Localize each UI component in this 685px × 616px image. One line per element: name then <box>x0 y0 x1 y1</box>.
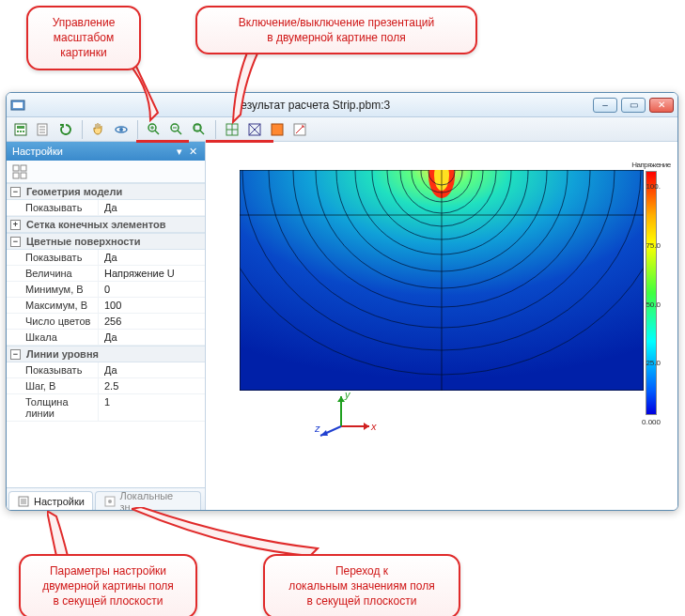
callout-local-values: Переход к локальным значениям поля в сек… <box>263 554 460 616</box>
property-grid: − Геометрия модели Показывать Да + Сетка… <box>7 183 205 487</box>
svg-marker-45 <box>364 423 369 430</box>
prop-row[interactable]: Толщина линии1 <box>7 394 205 422</box>
field-image <box>240 170 644 391</box>
prop-value[interactable]: 1 <box>99 394 205 421</box>
expand-icon[interactable]: + <box>10 220 21 230</box>
prop-value[interactable]: Напряжение U <box>99 266 205 281</box>
toolbar-btn-zoom-fit[interactable] <box>189 119 210 140</box>
prop-name: Величина <box>7 266 99 281</box>
tab-settings[interactable]: Настройки <box>8 491 93 510</box>
svg-rect-5 <box>20 131 22 132</box>
prop-row[interactable]: ПоказыватьДа <box>7 362 205 378</box>
panel-pin-icon[interactable]: ▾ <box>173 145 186 158</box>
callout-presentations: Включение/выключение презентаций в двуме… <box>195 6 477 54</box>
panel-categorize-icon[interactable] <box>10 162 29 181</box>
category-label: Геометрия модели <box>26 186 122 197</box>
callout-zoom: Управление масштабом картинки <box>26 6 141 70</box>
svg-rect-18 <box>13 165 19 171</box>
prop-name: Толщина линии <box>7 394 99 421</box>
prop-row[interactable]: Число цветов256 <box>7 314 205 330</box>
toolbar-btn-vectors[interactable] <box>289 119 310 140</box>
toolbar-btn-zoom-out[interactable] <box>166 119 187 140</box>
callout-local-values-tail <box>132 507 319 560</box>
panel-close-icon[interactable]: ✕ <box>186 145 199 158</box>
prop-name: Максимум, В <box>7 298 99 313</box>
colorbar-title: Напряжение <box>631 161 670 169</box>
category-label: Линии уровня <box>26 348 99 360</box>
prop-row[interactable]: ШкалаДа <box>7 330 205 346</box>
prop-row[interactable]: Шаг, В2.5 <box>7 378 205 394</box>
category-mesh[interactable]: + Сетка конечных элементов <box>7 216 205 233</box>
settings-panel-header[interactable]: Настройки ▾ ✕ <box>7 142 205 161</box>
colorbar: Напряжение 100. 75.0 50.0 25.0 0.000 <box>634 161 668 442</box>
svg-rect-3 <box>17 126 24 129</box>
settings-panel-title: Настройки <box>12 146 63 157</box>
category-color-surfaces[interactable]: − Цветные поверхности <box>7 233 205 250</box>
prop-value[interactable]: 100 <box>99 298 205 313</box>
svg-rect-21 <box>21 173 26 178</box>
field-viewport[interactable]: x y z Напряжение 100. <box>206 142 677 510</box>
svg-rect-19 <box>21 165 26 171</box>
close-button[interactable]: ✕ <box>649 98 674 113</box>
prop-value[interactable]: Да <box>99 362 205 377</box>
prop-row[interactable]: Максимум, В100 <box>7 298 205 314</box>
prop-name: Минимум, В <box>7 282 99 297</box>
prop-row[interactable]: Показывать Да <box>7 200 205 216</box>
svg-rect-16 <box>272 124 283 135</box>
field-plot: x y z <box>240 170 644 391</box>
svg-text:z: z <box>315 423 320 434</box>
expand-icon[interactable]: − <box>10 349 21 360</box>
prop-name: Показывать <box>7 362 99 377</box>
svg-rect-13 <box>195 125 200 131</box>
colorbar-label: 0.000 <box>642 418 661 426</box>
svg-rect-4 <box>17 131 19 132</box>
prop-row[interactable]: ПоказыватьДа <box>7 250 205 266</box>
svg-rect-6 <box>23 131 24 132</box>
toolbar-btn-refresh[interactable] <box>55 119 76 140</box>
toolbar-btn-calc[interactable] <box>10 119 31 140</box>
tab-settings-icon <box>17 495 30 508</box>
colorbar-label: 75.0 <box>642 241 661 250</box>
prop-name: Показывать <box>7 200 99 215</box>
svg-text:y: y <box>344 389 351 400</box>
prop-name: Показывать <box>7 250 99 265</box>
prop-value[interactable]: Да <box>99 250 205 265</box>
prop-value[interactable]: 256 <box>99 314 205 329</box>
expand-icon[interactable]: − <box>10 187 21 197</box>
toolbar-btn-open[interactable] <box>33 119 54 140</box>
category-label: Цветные поверхности <box>26 236 141 247</box>
app-icon <box>10 98 25 113</box>
svg-rect-2 <box>15 124 26 135</box>
settings-panel-toolbar <box>7 161 205 183</box>
callout-settings-params: Параметры настройки двумерной картины по… <box>19 554 197 616</box>
svg-marker-51 <box>320 430 328 436</box>
tab-label: Настройки <box>34 496 85 507</box>
underline-zoom-tools <box>136 140 189 143</box>
tab-local-icon <box>103 495 117 508</box>
underline-presentation-tools <box>206 140 273 143</box>
svg-rect-1 <box>13 102 23 108</box>
svg-point-24 <box>108 500 112 503</box>
prop-value[interactable]: 0 <box>99 282 205 297</box>
prop-value[interactable]: Да <box>99 200 205 215</box>
prop-row[interactable]: ВеличинаНапряжение U <box>7 266 205 282</box>
axes-triad: x y z <box>315 389 381 441</box>
prop-name: Шаг, В <box>7 378 99 393</box>
colorbar-labels: 100. 75.0 50.0 25.0 0.000 <box>642 182 661 426</box>
svg-marker-48 <box>337 396 345 402</box>
colorbar-label: 100. <box>642 182 661 191</box>
svg-rect-20 <box>13 173 19 178</box>
prop-value[interactable]: 2.5 <box>99 378 205 393</box>
prop-row[interactable]: Минимум, В0 <box>7 282 205 298</box>
settings-panel: Настройки ▾ ✕ − Геометрия модели Показыв… <box>7 142 206 510</box>
category-geometry[interactable]: − Геометрия модели <box>7 183 205 200</box>
maximize-button[interactable]: ▭ <box>621 98 646 113</box>
category-isolines[interactable]: − Линии уровня <box>7 346 205 362</box>
prop-name: Шкала <box>7 330 99 345</box>
expand-icon[interactable]: − <box>10 237 21 247</box>
callout-settings-params-tail <box>47 511 103 558</box>
svg-text:x: x <box>370 421 377 432</box>
minimize-button[interactable]: – <box>593 98 617 113</box>
result-window: Результат расчета Strip.pbm:3 – ▭ ✕ Наст… <box>6 92 678 511</box>
prop-value[interactable]: Да <box>99 330 205 345</box>
